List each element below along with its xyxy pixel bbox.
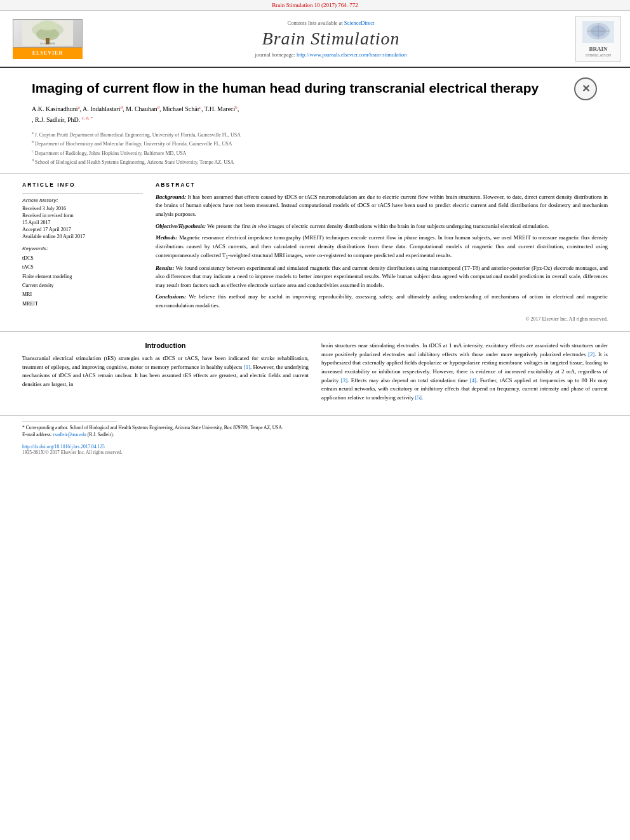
bs-abbr (582, 21, 614, 44)
contents-available: Contents lists available at ScienceDirec… (288, 20, 375, 26)
keyword-1: tDCS (22, 254, 143, 263)
journal-title: Brain Stimulation (262, 29, 400, 49)
revised-label: Received in revised form (22, 213, 143, 218)
crossmark: ✕ (573, 76, 598, 102)
accepted-date: Accepted 17 April 2017 (22, 227, 143, 232)
copyright-line: © 2017 Elsevier Inc. All rights reserved… (156, 316, 608, 323)
authors-line: A.K. Kasinadhunia, A. Indahlastarid, M. … (32, 104, 598, 125)
keyword-4: Current density (22, 281, 143, 290)
intro-paragraph-left: Transcranial electrical stimulation (tES… (22, 354, 309, 389)
abstract-background: Background: It has been assumed that eff… (156, 193, 608, 219)
intro-heading: Introduction (22, 342, 309, 349)
issn-line: 1935-861X/© 2017 Elsevier Inc. All right… (22, 450, 608, 455)
intro-paragraph-right: brain structures near stimulating electr… (321, 342, 608, 402)
introduction-section: Introduction Transcranial electrical sti… (0, 332, 630, 415)
abstract-methods: Methods: Magnetic resonance electrical i… (156, 234, 608, 260)
journal-citation: Brain Stimulation 10 (2017) 764–772 (272, 2, 358, 8)
elsevier-logo: ELSEVIER ELSEVIER (13, 18, 83, 60)
intro-left: Introduction Transcranial electrical sti… (22, 342, 309, 405)
crossmark-icon: ✕ (574, 77, 597, 100)
keywords-section: Keywords: tDCS tACS Finite element model… (22, 246, 143, 309)
footnote-area: * Corresponding author. School of Biolog… (0, 415, 630, 442)
footer-bottom: http://dx.doi.org/10.1016/j.brs.2017.04.… (0, 441, 630, 458)
article-info-box: Article history: Received 3 July 2016 Re… (22, 193, 143, 309)
keyword-6: MREIT (22, 300, 143, 309)
abstract-objective: Objective/Hypothesis: We present the fir… (156, 222, 608, 231)
publisher-logo-area: ELSEVIER ELSEVIER (6, 16, 89, 62)
email-link[interactable]: rsadleir@asu.edu (53, 432, 86, 437)
keywords-list: tDCS tACS Finite element modeling Curren… (22, 254, 143, 309)
revised-date: 15 April 2017 (22, 220, 143, 225)
intro-para-2: brain structures near stimulating electr… (321, 342, 608, 402)
journal-header: ELSEVIER ELSEVIER Contents lists availab… (0, 11, 630, 68)
abstract-heading: ABSTRACT (156, 182, 608, 188)
intro-right: brain structures near stimulating electr… (321, 342, 608, 405)
keywords-label: Keywords: (22, 246, 143, 251)
article-title: ✕ Imaging of current flow in the human h… (32, 79, 598, 97)
keyword-2: tACS (22, 263, 143, 272)
svg-text:ELSEVIER: ELSEVIER (40, 42, 55, 45)
article-info-abstract: ARTICLE INFO Article history: Received 3… (0, 174, 630, 331)
abstract-conclusions: Conclusions: We believe this method may … (156, 293, 608, 310)
history-label: Article history: (22, 197, 143, 203)
sciencedirect-link[interactable]: ScienceDirect (344, 20, 375, 26)
abstract-text: Background: It has been assumed that eff… (156, 193, 608, 323)
brain-stim-logo: BRAIN STIMULATION (575, 16, 621, 62)
logo-image: ELSEVIER (13, 19, 83, 48)
affiliations: a J. Crayton Pruitt Department of Biomed… (32, 130, 598, 167)
homepage-link[interactable]: http://www.journals.elsevier.com/brain-s… (297, 51, 406, 58)
keyword-5: MRI (22, 290, 143, 299)
corresponding-author: * Corresponding author. School of Biolog… (22, 424, 608, 431)
journal-logo-area: BRAIN STIMULATION (573, 16, 624, 62)
top-bar: Brain Stimulation 10 (2017) 764–772 (0, 0, 630, 11)
intro-para-1: Transcranial electrical stimulation (tES… (22, 354, 309, 389)
email-line: E-mail address: rsadleir@asu.edu (R.J. S… (22, 431, 608, 438)
homepage-line: journal homepage: http://www.journals.el… (255, 51, 406, 58)
page: Brain Stimulation 10 (2017) 764–772 ELSE… (0, 0, 630, 840)
online-date: Available online 20 April 2017 (22, 234, 143, 239)
right-column: ABSTRACT Background: It has been assumed… (156, 182, 608, 323)
journal-title-area: Contents lists available at ScienceDirec… (95, 16, 566, 62)
abstract-results: Results: We found consistency between ex… (156, 264, 608, 290)
keyword-3: Finite element modeling (22, 272, 143, 281)
article-header: ✕ Imaging of current flow in the human h… (0, 68, 630, 174)
elsevier-brand: ELSEVIER (13, 48, 83, 59)
svg-point-4 (38, 20, 57, 30)
received-date: Received 3 July 2016 (22, 206, 143, 211)
doi-link[interactable]: http://dx.doi.org/10.1016/j.brs.2017.04.… (22, 444, 608, 450)
article-info-heading: ARTICLE INFO (22, 182, 143, 188)
left-column: ARTICLE INFO Article history: Received 3… (22, 182, 143, 323)
